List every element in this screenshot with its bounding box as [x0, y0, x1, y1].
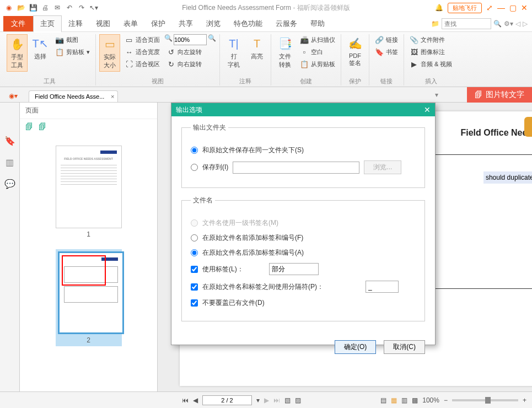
zoom-slider[interactable] [452, 399, 518, 401]
notification-icon[interactable]: 🔔 [435, 4, 443, 12]
nav-extra-2-icon[interactable]: ▨ [295, 396, 301, 404]
folder-search-icon[interactable]: 📁 [431, 20, 439, 28]
view-mode-4-icon[interactable]: ▩ [412, 396, 418, 404]
page-number-input[interactable] [202, 395, 252, 405]
menu-tab-view[interactable]: 视图 [89, 16, 117, 31]
nav-extra-1-icon[interactable]: ▧ [284, 396, 291, 404]
view-mode-1-icon[interactable]: ▤ [380, 396, 386, 404]
file-convert-button[interactable]: 📑文件 转换 [275, 34, 295, 71]
menu-tab-form[interactable]: 表单 [117, 16, 144, 31]
settings-gear-icon[interactable]: ⚙▾ [504, 20, 513, 28]
rotate-right-button[interactable]: ↻向右旋转 [164, 58, 216, 69]
label-value-input[interactable] [269, 263, 319, 275]
bookmarks-panel-icon[interactable]: 🔖 [4, 136, 15, 146]
collapse-ribbon-icon[interactable]: ⤢ [486, 3, 493, 12]
clipboard-button[interactable]: 📋剪贴板▾ [53, 46, 92, 57]
save-to-radio[interactable] [191, 164, 198, 171]
link-button[interactable]: 🔗链接 [373, 34, 400, 45]
highlight-button[interactable]: T高亮 [246, 34, 267, 62]
promo-tag[interactable]: 贴地飞行 [448, 3, 482, 13]
prev-result-icon[interactable]: ◁ [515, 20, 520, 28]
email-icon[interactable]: ✉ [53, 3, 62, 12]
from-scanner-button[interactable]: 📠从扫描仪 [298, 34, 337, 45]
use-separator-checkbox[interactable] [191, 283, 198, 291]
document-tab-bar: ◉▾ Field Office Needs Asse... × ▾ 🗐 图片转文… [0, 87, 532, 103]
dialog-titlebar[interactable]: 输出选项 ✕ [171, 103, 435, 116]
close-icon[interactable]: ✕ [521, 3, 528, 12]
from-clipboard-button[interactable]: 📋从剪贴板 [298, 58, 337, 69]
actual-size-button[interactable]: ▭实际 大小 [99, 34, 120, 72]
menu-tab-cloud[interactable]: 云服务 [269, 16, 304, 31]
snapshot-button[interactable]: 📷截图 [53, 34, 92, 45]
prev-page-icon[interactable]: ◀ [193, 396, 198, 404]
zoom-select[interactable] [174, 34, 207, 45]
fit-page-button[interactable]: ▭适合页面 [122, 34, 162, 45]
undo-icon[interactable]: ↶ [65, 3, 74, 12]
zoom-in-icon[interactable]: 🔍 [208, 34, 216, 45]
print-icon[interactable]: 🖨 [41, 3, 50, 12]
ok-button[interactable]: 确定(O) [335, 340, 376, 354]
no-overwrite-checkbox[interactable] [191, 299, 198, 307]
tab-menu-icon[interactable]: ◉▾ [9, 92, 18, 100]
select-tool-button[interactable]: T↖选择 [30, 34, 51, 62]
maximize-icon[interactable]: ▢ [509, 3, 517, 12]
next-page-icon[interactable]: ▶ [264, 396, 269, 404]
next-result-icon[interactable]: ▷ [523, 20, 528, 28]
app-logo-icon[interactable]: ◉ [4, 3, 13, 12]
dialog-close-icon[interactable]: ✕ [424, 105, 431, 114]
typewriter-button[interactable]: T|打 字机 [223, 34, 244, 71]
separator-value-input[interactable] [366, 281, 399, 293]
page-dropdown-icon[interactable]: ▾ [256, 396, 260, 404]
menu-tab-share[interactable]: 共享 [172, 16, 200, 31]
open-icon[interactable]: 📂 [17, 3, 25, 12]
ocr-button[interactable]: 🗐 图片转文字 [467, 87, 532, 103]
comments-panel-icon[interactable]: 💬 [4, 179, 15, 189]
document-tab[interactable]: Field Office Needs Asse... × [29, 90, 118, 102]
prefix-radio[interactable] [191, 234, 198, 241]
hand-tool-button[interactable]: ✋手型 工具 [7, 34, 28, 72]
fit-width-button[interactable]: ↔适合宽度 [122, 46, 162, 57]
search-icon[interactable]: 🔍 [493, 20, 502, 28]
hint-bulb-icon[interactable]: 💡 [524, 117, 532, 137]
fit-visible-button[interactable]: ⛶适合视区 [122, 58, 162, 69]
search-input[interactable] [442, 18, 491, 29]
rotate-left-button[interactable]: ↺向左旋转 [164, 46, 216, 57]
same-folder-radio[interactable] [191, 147, 198, 154]
thumbnail-2[interactable]: 2 [56, 249, 122, 346]
zoom-out-icon[interactable]: 🔍 [164, 34, 173, 45]
audio-video-button[interactable]: ▶音频 & 视频 [407, 58, 454, 69]
menu-file[interactable]: 文件 [3, 16, 33, 31]
pdf-sign-button[interactable]: ✍PDF 签名 [345, 34, 366, 69]
attachment-button[interactable]: 📎文件附件 [407, 34, 454, 45]
bookmark-button[interactable]: 🔖书签 [373, 46, 400, 57]
first-page-icon[interactable]: ⏮ [182, 396, 189, 404]
redo-icon[interactable]: ↷ [77, 3, 86, 12]
menu-tab-protect[interactable]: 保护 [144, 16, 172, 31]
zoom-in-status-icon[interactable]: + [523, 396, 526, 404]
thumbnail-1[interactable]: FIELD OFFICE NEEDS ASSESSMENT 1 [56, 146, 122, 238]
blank-button[interactable]: ▫空白 [298, 46, 337, 57]
cursor-dropdown-icon[interactable]: ↖▾ [89, 3, 98, 12]
minimize-icon[interactable]: — [497, 3, 505, 12]
suffix-radio[interactable] [191, 249, 198, 256]
menu-tab-browse[interactable]: 浏览 [200, 16, 227, 31]
close-tab-icon[interactable]: × [111, 93, 114, 100]
menu-tab-features[interactable]: 特色功能 [227, 16, 269, 31]
image-annot-button[interactable]: 🖼图像标注 [407, 46, 454, 57]
zoom-out-status-icon[interactable]: − [444, 396, 448, 404]
use-label-checkbox[interactable] [191, 266, 198, 273]
save-to-path-input[interactable] [233, 162, 359, 174]
panel-tool-2-icon[interactable]: 🗐 [39, 122, 46, 131]
menu-tab-comment[interactable]: 注释 [62, 16, 89, 31]
last-page-icon[interactable]: ⏭ [273, 396, 280, 404]
view-mode-2-icon[interactable]: ▦ [391, 396, 397, 404]
use-label-text: 使用标签(L)： [202, 265, 244, 274]
panel-tool-1-icon[interactable]: 🗐 [25, 122, 33, 131]
cancel-button[interactable]: 取消(C) [384, 340, 425, 354]
pages-panel-icon[interactable]: ▥ [6, 157, 14, 168]
view-mode-3-icon[interactable]: ▥ [401, 396, 407, 404]
menu-tab-help[interactable]: 帮助 [304, 16, 331, 31]
tab-dropdown-icon[interactable]: ▾ [435, 91, 438, 99]
menu-tab-home[interactable]: 主页 [33, 15, 62, 33]
save-icon[interactable]: 💾 [29, 3, 37, 12]
